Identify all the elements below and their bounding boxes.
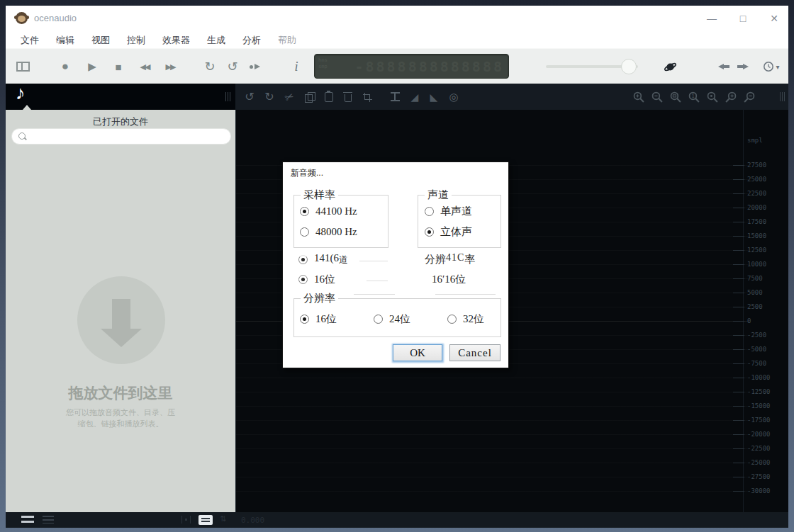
channel-options-1[interactable]: 立体声 [425,225,472,239]
loop-button[interactable]: ↻ [201,49,218,84]
ghost-text-right: 分辨41C率 [425,253,475,266]
zoom-selection-button[interactable] [669,91,688,103]
ruler-label: -2500 [747,332,766,339]
ruler-tick [733,278,744,279]
file-search-box[interactable] [11,128,231,145]
lcd-ghost-digits: -8888888888888 [354,58,504,75]
download-arrow-icon [112,299,130,329]
navigate-forward-button[interactable] [734,49,751,84]
resolution-options: 16位24位32位 [300,312,521,326]
loop-selection-button[interactable]: ↺ [224,49,241,84]
ruler-tick [733,208,744,208]
ruler-label: -10000 [747,374,771,381]
adjust-levels-button[interactable] [386,84,403,110]
channel-options-0[interactable]: 单声道 [425,205,472,218]
titlebar[interactable]: ocenaudio — □ ✕ [6,6,788,32]
vertical-zoom-out-button[interactable] [743,91,761,103]
undo-button[interactable]: ↺ [241,84,258,110]
record-button[interactable]: ● [57,49,74,84]
ruler-label: -22500 [747,445,771,452]
ruler-tick [733,363,744,364]
zoom-all-button[interactable] [706,91,725,103]
delete-button[interactable] [340,84,357,110]
resolution-options-1[interactable]: 24位 [374,312,447,326]
selection-indicator-icon[interactable] [181,516,191,523]
volume-slider-knob[interactable] [621,59,637,74]
play-from-cursor-button[interactable] [247,49,264,84]
maximize-button[interactable]: □ [727,6,759,32]
menu-item-3[interactable]: 控制 [121,34,151,47]
cancel-button[interactable]: Cancel [449,344,501,361]
files-sidebar: 已打开的文件 拖放文件到这里 您可以拖放音频文件、目录、压 缩包、链接和播放列表… [6,110,235,512]
resolution-options-0[interactable]: 16位 [300,312,374,326]
toggle-sidebar-button[interactable] [14,49,31,84]
sample-rate-options-1[interactable]: 48000 Hz [300,225,357,239]
resolution-options-2[interactable]: 32位 [447,312,521,326]
close-button[interactable]: ✕ [759,6,790,32]
history-button[interactable]: ▾ [759,49,784,84]
arrow-left-icon [718,62,730,71]
menu-item-0[interactable]: 文件 [15,34,45,47]
menu-item-5[interactable]: 生成 [201,34,231,47]
lcd-unit-bottom: smp [318,64,328,69]
ruler-tick [733,392,744,392]
fade-in-button[interactable]: ◢ [406,84,423,110]
copy-button[interactable] [301,84,318,110]
radio-label: 44100 Hz [315,205,357,217]
file-drop-zone[interactable]: 拖放文件到这里 您可以拖放音频文件、目录、压 缩包、链接和播放列表。 [6,237,235,464]
toolbar-drag-handle-right[interactable] [780,92,785,101]
chevron-down-icon: ▾ [776,63,779,71]
vertical-zoom-in-button[interactable] [725,91,743,103]
zoom-one-to-one-button[interactable]: 1 [688,91,706,103]
trim-button[interactable] [359,84,376,110]
panel-icon [16,62,30,72]
ruler-label: -12500 [747,388,771,395]
list-view-button[interactable] [21,516,34,523]
menu-item-1[interactable]: 编辑 [50,34,80,47]
ghost-border-fragment [435,294,496,295]
ok-button[interactable]: OK [393,344,442,361]
cut-button[interactable]: ✂ [276,81,302,113]
info-button[interactable]: i [288,49,305,84]
search-input[interactable] [33,130,225,143]
zoom-in-button[interactable] [632,91,651,103]
music-note-icon: ♪ [16,82,26,104]
ruler-label: -20000 [747,431,771,438]
navigate-back-button[interactable] [715,49,732,84]
ruler-label: 15000 [747,232,766,239]
scroll-mode-icon[interactable]: ⇅ [220,514,226,523]
menu-item-7[interactable]: 帮助 [272,34,302,47]
toolbar-drag-handle[interactable] [225,92,231,101]
ruler-label: -27500 [747,473,771,480]
ruler-tick [733,307,744,307]
zoom-out-button[interactable] [651,91,669,103]
drop-zone-hint-line2: 缩包、链接和播放列表。 [6,419,235,429]
lcd-unit-top: hms [318,57,328,63]
sample-rate-options-0[interactable]: 44100 Hz [300,205,357,218]
ruler-tick [733,477,744,477]
menu-item-2[interactable]: 视图 [86,34,116,47]
miniature-view-toggle[interactable] [198,515,213,525]
normalize-button[interactable]: ◎ [445,84,462,110]
time-display[interactable]: hms smp -8888888888888 [314,54,509,79]
ruler-tick [733,378,744,378]
dialog-title[interactable]: 新音频... [291,167,323,179]
minimize-button[interactable]: — [696,6,727,32]
paste-button[interactable] [320,84,337,110]
stop-button[interactable]: ■ [110,49,127,84]
planet-icon[interactable] [661,49,678,84]
app-logo-icon [16,12,28,24]
fast-forward-button[interactable]: ▶▶ [160,49,181,84]
radio-label: 16位 [315,312,337,326]
redo-button[interactable]: ↻ [261,84,278,110]
play-button[interactable]: ▶ [84,49,101,84]
fade-out-button[interactable]: ◣ [425,84,442,110]
ruler-label: 25000 [747,176,766,183]
rewind-button[interactable]: ◀◀ [134,49,155,84]
status-bar: ⇅ 0.000 [6,512,788,528]
volume-slider[interactable] [546,65,638,68]
menu-item-6[interactable]: 分析 [237,34,267,47]
ghost-text-right-2: 16′16位 [432,273,466,286]
compact-list-button[interactable] [43,516,54,523]
menu-item-4[interactable]: 效果器 [157,34,196,47]
